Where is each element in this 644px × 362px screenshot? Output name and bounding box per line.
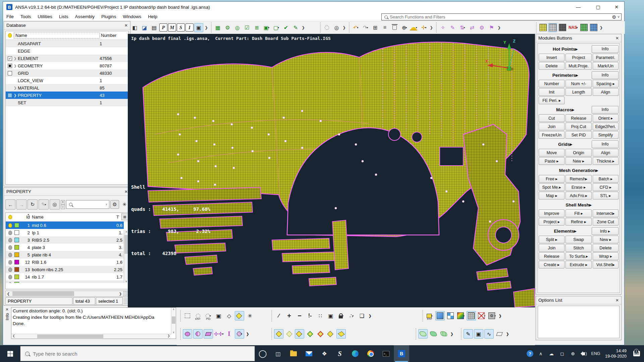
pid-color-swatch[interactable] bbox=[14, 275, 19, 279]
quad-icon[interactable] bbox=[274, 329, 283, 339]
layout-icon[interactable]: ◧ bbox=[130, 23, 139, 32]
compare-icon[interactable]: ▣▾ bbox=[262, 23, 271, 32]
module-button[interactable]: Vol.Shell▸ bbox=[593, 261, 619, 268]
name-column-header[interactable]: Name bbox=[14, 32, 100, 39]
visible-parts-icon[interactable]: ▣ bbox=[214, 311, 223, 320]
cortana-icon[interactable]: ◯ bbox=[255, 345, 270, 362]
move-icon[interactable]: ✛▾ bbox=[419, 23, 428, 32]
module-button[interactable]: Parametri. bbox=[593, 54, 619, 61]
scroll-right-icon[interactable]: ❯ bbox=[118, 292, 123, 296]
quad-red-edge-icon[interactable] bbox=[316, 329, 325, 339]
settings-box-icon[interactable]: ⚙ bbox=[223, 23, 232, 32]
pid-color-swatch[interactable] bbox=[14, 267, 19, 272]
entity-layers-icon[interactable]: ❏ bbox=[357, 311, 367, 320]
module-button[interactable]: Proj.Cut bbox=[566, 123, 591, 130]
property-row[interactable]: 15 rib 2 2. bbox=[6, 281, 124, 283]
zoom-out-button[interactable]: − bbox=[61, 205, 65, 209]
module-button[interactable]: Init bbox=[539, 88, 565, 96]
hot-points-icon[interactable]: ✢✢▾ bbox=[214, 329, 223, 339]
module-button[interactable]: Project bbox=[566, 54, 591, 61]
section-perimeters[interactable]: Perimeters▸ bbox=[539, 72, 592, 78]
menu-item[interactable]: Help bbox=[145, 14, 161, 19]
module-button[interactable]: Delete bbox=[593, 244, 619, 252]
document-search-icon[interactable]: ◎ bbox=[233, 23, 242, 32]
module-button[interactable]: Wrap ▸ bbox=[593, 252, 619, 260]
solid-mesh-icon[interactable] bbox=[558, 23, 567, 32]
module-button[interactable]: Set PID bbox=[566, 131, 591, 139]
property-row[interactable]: 3 RIBS 2.5 2.5 bbox=[6, 236, 124, 244]
expand-arrow-icon[interactable]: ❯ bbox=[14, 94, 18, 97]
zoom-icon[interactable]: ◎ bbox=[332, 23, 341, 32]
settings-cube-icon[interactable]: ⚙▾ bbox=[487, 311, 497, 320]
info-tab[interactable]: Info bbox=[5, 313, 10, 320]
module-button[interactable]: Thickne.▸ bbox=[593, 157, 619, 165]
wrench-icon[interactable]: ✧ bbox=[438, 23, 447, 32]
database-row[interactable]: ❯ MATERIAL 85 bbox=[6, 84, 128, 92]
pid-color-swatch[interactable] bbox=[14, 260, 19, 264]
module-button[interactable]: STL ▸ bbox=[593, 192, 619, 199]
surface-solid-icon[interactable] bbox=[429, 329, 438, 339]
module-button[interactable]: Intersect▸ bbox=[593, 209, 619, 217]
property-row[interactable]: 12 RIB 1.6 1.6 bbox=[6, 258, 124, 266]
more-icon[interactable]: ❯ bbox=[368, 311, 372, 320]
material-list-button[interactable]: M bbox=[168, 23, 176, 32]
close-icon[interactable]: ✕ bbox=[615, 298, 619, 303]
fix-quality-icon[interactable]: ⊞ bbox=[371, 23, 380, 32]
ellipse-icon[interactable] bbox=[183, 329, 192, 339]
menu-item[interactable]: Assembly bbox=[72, 14, 98, 19]
module-button[interactable]: Length bbox=[566, 88, 591, 96]
module-button[interactable]: Erase ▸ bbox=[566, 183, 591, 191]
parts-icon[interactable]: ◪ bbox=[140, 23, 149, 32]
module-button[interactable]: Zone Cut bbox=[593, 218, 619, 226]
module-button[interactable]: Num +/- bbox=[566, 80, 591, 87]
task-view-icon[interactable]: ◫ bbox=[270, 345, 286, 362]
module-button[interactable]: Map ▸ bbox=[539, 192, 565, 199]
or-squares-icon[interactable]: ∷ bbox=[316, 311, 325, 320]
back-icon[interactable]: ← bbox=[5, 199, 15, 209]
feature-polygon-icon[interactable]: ◇ bbox=[224, 311, 234, 320]
bulb-icon[interactable] bbox=[8, 275, 12, 279]
module-button[interactable]: Number bbox=[539, 80, 565, 87]
visibility-checkbox[interactable] bbox=[8, 71, 12, 75]
module-button[interactable]: Stitch bbox=[566, 244, 591, 252]
module-button[interactable]: Mark/Un bbox=[593, 62, 619, 70]
property-row[interactable]: 14 rib 1.7 1.7 bbox=[6, 273, 124, 281]
ent-shaded-icon[interactable] bbox=[589, 23, 598, 32]
section-grids[interactable]: Grids▸ bbox=[539, 141, 592, 147]
active-window-icon[interactable]: ▣ bbox=[194, 23, 203, 32]
more-icon[interactable]: ❯ bbox=[498, 311, 502, 320]
mail-icon[interactable] bbox=[301, 345, 317, 362]
scroll-left-icon[interactable]: ❮ bbox=[6, 292, 11, 296]
prism-icon[interactable] bbox=[204, 329, 213, 339]
bulb-icon[interactable] bbox=[8, 253, 12, 257]
surface-shaded-icon[interactable] bbox=[538, 23, 547, 32]
set-list-button[interactable]: S bbox=[177, 23, 185, 32]
chrome-icon[interactable] bbox=[363, 345, 378, 362]
property-row[interactable]: 2 Ip 1 1. bbox=[6, 229, 124, 236]
expand-arrow-icon[interactable]: ❯ bbox=[14, 86, 18, 90]
copy-icon[interactable]: ▣ bbox=[326, 311, 335, 320]
module-button[interactable]: Project ▸ bbox=[539, 218, 565, 226]
info-button[interactable]: Info bbox=[592, 140, 619, 148]
checklist-icon[interactable]: ☑ bbox=[243, 23, 252, 32]
pid-color-swatch[interactable] bbox=[14, 245, 19, 250]
function-search[interactable]: ⚙ ˅ bbox=[381, 13, 622, 20]
gear-icon[interactable]: ⚙ bbox=[612, 14, 616, 20]
quad-green-edge-icon[interactable] bbox=[305, 329, 315, 339]
paintbrush-icon[interactable]: ✎ bbox=[291, 23, 300, 32]
zoom-window-icon[interactable] bbox=[322, 23, 331, 32]
point-icon[interactable]: ▣ bbox=[474, 329, 483, 339]
close-icon[interactable]: ✕ bbox=[124, 189, 128, 194]
taskbar-search[interactable] bbox=[20, 346, 255, 361]
hatch-section-icon[interactable]: ▾ bbox=[235, 329, 244, 339]
chevron-down-icon[interactable]: ˅ bbox=[106, 203, 107, 206]
module-button[interactable]: FE Peri. ▸ bbox=[539, 97, 565, 104]
menu-item[interactable]: Utilities bbox=[34, 14, 56, 19]
terminal-icon[interactable]: >_ bbox=[378, 345, 394, 362]
database-row[interactable]: ❯ GRID 48330 bbox=[6, 69, 128, 77]
bulb-icon[interactable] bbox=[8, 223, 12, 228]
database-row[interactable]: ❯ ELEMENT 47556 bbox=[6, 55, 128, 62]
wireframe-icon[interactable] bbox=[548, 23, 557, 32]
quad-skew-icon[interactable] bbox=[336, 329, 346, 339]
bulb-icon[interactable] bbox=[8, 231, 12, 235]
